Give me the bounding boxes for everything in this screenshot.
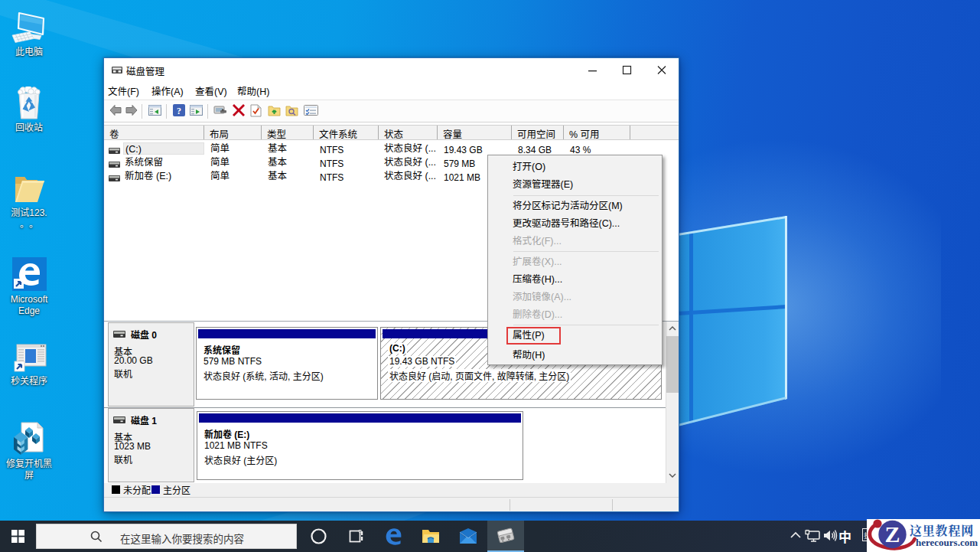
svg-text:?: ? xyxy=(177,106,181,116)
svg-text:Z: Z xyxy=(884,521,900,547)
